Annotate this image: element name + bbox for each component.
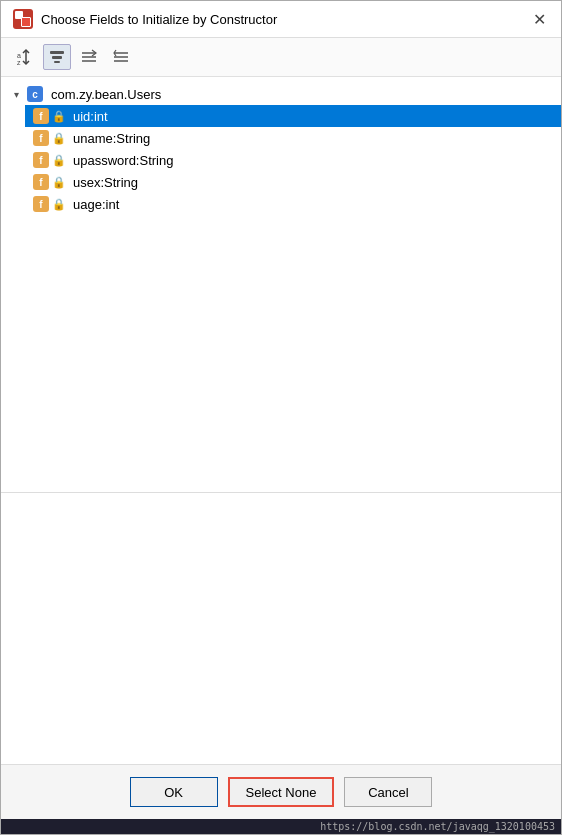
tree-root: ▾ c com.zy.bean.Users f 🔒 uid:int f [1, 81, 561, 217]
lock-icon-uname: 🔒 [53, 132, 65, 144]
tree-field-uname[interactable]: f 🔒 uname:String [25, 127, 561, 149]
chevron-down-icon: ▾ [9, 87, 23, 101]
sort-btn2[interactable] [43, 44, 71, 70]
watermark-text: https://blog.csdn.net/javaqg_1320100453 [320, 821, 555, 832]
collapse-icon [112, 48, 130, 66]
title-bar: J Choose Fields to Initialize by Constru… [1, 1, 561, 38]
lock-icon-usex: 🔒 [53, 176, 65, 188]
expand-icon [80, 48, 98, 66]
svg-rect-2 [23, 19, 30, 26]
svg-text:a: a [17, 52, 21, 59]
svg-text:J: J [17, 13, 21, 20]
tree-field-upassword[interactable]: f 🔒 upassword:String [25, 149, 561, 171]
tree-field-uage[interactable]: f 🔒 uage:int [25, 193, 561, 215]
title-bar-left: J Choose Fields to Initialize by Constru… [13, 9, 277, 29]
field-badge-uid: f [33, 108, 49, 124]
lock-icon-uid: 🔒 [53, 110, 65, 122]
field-label-uid: uid:int [73, 109, 108, 124]
cancel-button[interactable]: Cancel [344, 777, 432, 807]
close-button[interactable]: ✕ [529, 9, 549, 29]
svg-rect-7 [50, 51, 64, 54]
lock-icon-upassword: 🔒 [53, 154, 65, 166]
select-none-button[interactable]: Select None [228, 777, 335, 807]
sort-az-button[interactable]: a z [11, 44, 39, 70]
sort-az-icon: a z [16, 48, 34, 66]
sort-btn4[interactable] [107, 44, 135, 70]
dialog: J Choose Fields to Initialize by Constru… [0, 0, 562, 835]
footer: OK Select None Cancel [1, 764, 561, 819]
root-item-label: com.zy.bean.Users [51, 87, 161, 102]
watermark-bar: https://blog.csdn.net/javaqg_1320100453 [1, 819, 561, 834]
dialog-title: Choose Fields to Initialize by Construct… [41, 12, 277, 27]
field-badge-usex: f [33, 174, 49, 190]
field-label-upassword: upassword:String [73, 153, 173, 168]
child-items: f 🔒 uid:int f 🔒 uname:String f � [1, 105, 561, 215]
content-spacer [1, 493, 561, 764]
svg-rect-1 [16, 12, 23, 19]
tree-root-item[interactable]: ▾ c com.zy.bean.Users [1, 83, 561, 105]
toolbar: a z [1, 38, 561, 77]
field-badge-uname: f [33, 130, 49, 146]
field-label-uname: uname:String [73, 131, 150, 146]
tree-area: ▾ c com.zy.bean.Users f 🔒 uid:int f [1, 77, 561, 493]
ok-button[interactable]: OK [130, 777, 218, 807]
filter-icon [48, 48, 66, 66]
svg-text:z: z [17, 59, 21, 66]
lock-icon-uage: 🔒 [53, 198, 65, 210]
field-label-uage: uage:int [73, 197, 119, 212]
svg-rect-8 [52, 56, 62, 59]
app-icon: J [13, 9, 33, 29]
svg-rect-9 [54, 61, 60, 63]
field-label-usex: usex:String [73, 175, 138, 190]
tree-field-usex[interactable]: f 🔒 usex:String [25, 171, 561, 193]
sort-btn3[interactable] [75, 44, 103, 70]
class-badge: c [27, 86, 43, 102]
field-badge-uage: f [33, 196, 49, 212]
tree-field-uid[interactable]: f 🔒 uid:int [25, 105, 561, 127]
field-badge-upassword: f [33, 152, 49, 168]
